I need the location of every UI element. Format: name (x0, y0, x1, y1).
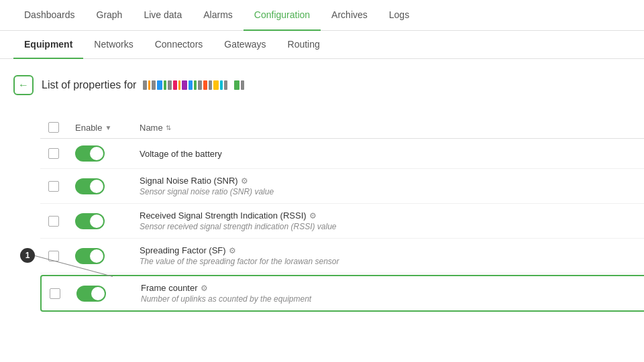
sub-navigation: EquipmentNetworksConnectorsGatewaysRouti… (0, 31, 644, 59)
row-toggle-1[interactable] (75, 178, 105, 194)
page-heading: ← List of properties for (13, 75, 631, 95)
table-row: Voltage of the battery (40, 139, 644, 169)
properties-table: Enable ▼ Name ⇅ Voltage of the batterySi… (40, 117, 644, 312)
table-row: Spreading Factor (SF) ⚙The value of the … (40, 239, 644, 274)
row-toggle-3[interactable] (75, 248, 105, 264)
gear-icon[interactable]: ⚙ (201, 284, 208, 293)
enable-column-header: Enable ▼ (75, 123, 129, 133)
name-sort-arrow: ⇅ (166, 124, 171, 131)
row-checkbox-2[interactable] (48, 216, 59, 227)
name-column-header: Name ⇅ (140, 123, 644, 133)
sub-nav-item-connectors[interactable]: Connectors (144, 31, 214, 59)
property-description: Sensor signal noise ratio (SNR) value (140, 187, 644, 196)
property-name: Signal Noise Ratio (SNR) (140, 176, 238, 186)
property-name: Voltage of the battery (140, 149, 222, 159)
row-toggle-0[interactable] (75, 145, 105, 162)
table-row: Signal Noise Ratio (SNR) ⚙Sensor signal … (40, 169, 644, 204)
table-row: Received Signal Strength Indication (RSS… (40, 204, 644, 239)
tooltip-marker: 1 (20, 248, 35, 263)
table-row: Frame counter ⚙Number of uplinks as coun… (40, 275, 644, 312)
top-nav-item-archives[interactable]: Archives (321, 0, 378, 31)
property-description: Sensor received signal strength indicati… (140, 222, 644, 231)
gear-icon[interactable]: ⚙ (309, 211, 317, 221)
table-header: Enable ▼ Name ⇅ (40, 117, 644, 139)
page-title: List of properties for (42, 79, 244, 91)
enable-sort-arrow: ▼ (105, 124, 111, 131)
property-name: Spreading Factor (SF) (140, 245, 226, 255)
top-nav-item-graph[interactable]: Graph (86, 0, 133, 31)
sub-nav-item-gateways[interactable]: Gateways (213, 31, 276, 59)
row-checkbox-1[interactable] (48, 181, 59, 192)
table-body: Voltage of the batterySignal Noise Ratio… (40, 139, 644, 312)
property-description: Number of uplinks as counted by the equi… (141, 294, 644, 304)
sub-nav-item-networks[interactable]: Networks (83, 31, 144, 59)
top-nav-item-logs[interactable]: Logs (378, 0, 420, 31)
row-toggle-4[interactable] (76, 286, 106, 302)
top-nav-item-dashboards[interactable]: Dashboards (13, 0, 86, 31)
content-area: ← List of properties for (0, 59, 644, 329)
select-all-checkbox[interactable] (48, 122, 59, 133)
top-navigation: DashboardsGraphLive dataAlarmsConfigurat… (0, 0, 644, 31)
device-name-icons (143, 80, 244, 90)
property-name: Frame counter (141, 283, 198, 293)
sub-nav-item-routing[interactable]: Routing (277, 31, 331, 59)
property-name: Received Signal Strength Indication (RSS… (140, 210, 307, 221)
top-nav-item-configuration[interactable]: Configuration (244, 0, 321, 31)
back-button[interactable]: ← (13, 75, 34, 95)
row-checkbox-0[interactable] (48, 148, 59, 159)
row-toggle-2[interactable] (75, 213, 105, 229)
property-description: The value of the spreading factor for th… (140, 257, 644, 266)
sub-nav-item-equipment[interactable]: Equipment (13, 31, 83, 59)
row-checkbox-4[interactable] (50, 288, 60, 299)
top-nav-item-live-data[interactable]: Live data (133, 0, 193, 31)
gear-icon[interactable]: ⚙ (229, 246, 236, 255)
gear-icon[interactable]: ⚙ (241, 176, 248, 186)
top-nav-item-alarms[interactable]: Alarms (193, 0, 244, 31)
